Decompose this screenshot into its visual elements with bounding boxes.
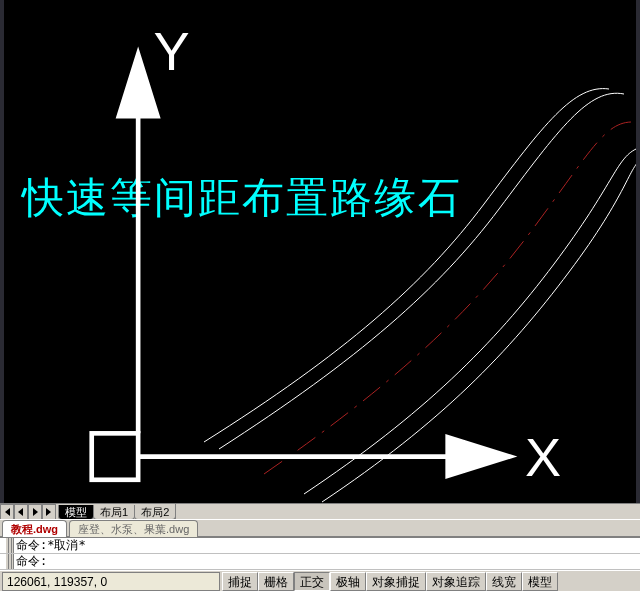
file-tab-inactive[interactable]: 座登、水泵、果葉.dwg	[69, 520, 198, 537]
layout-tab-layout1[interactable]: 布局1	[93, 505, 135, 520]
nav-prev-button[interactable]	[14, 504, 28, 520]
command-history-line: 命令: *取消*	[0, 538, 640, 554]
ucs-x-label: X	[525, 427, 561, 487]
toggle-lineweight[interactable]: 线宽	[486, 572, 522, 591]
toggle-snap[interactable]: 捕捉	[222, 572, 258, 591]
toggle-ortho[interactable]: 正交	[294, 572, 330, 591]
layout-tab-model[interactable]: 模型	[58, 505, 94, 520]
svg-marker-4	[448, 437, 510, 476]
layout-nav-spacer	[175, 504, 640, 519]
drawing-area[interactable]: 快速等间距布置路缘石 Y X	[0, 0, 640, 503]
svg-marker-2	[119, 54, 158, 116]
file-tab-active[interactable]: 教程.dwg	[2, 520, 67, 537]
layout-nav-row: 模型 布局1 布局2	[0, 503, 640, 519]
ucs-y-label: Y	[154, 21, 190, 81]
nav-last-button[interactable]	[42, 504, 56, 520]
command-grip-icon[interactable]	[6, 554, 14, 569]
command-grip-icon[interactable]	[6, 538, 14, 553]
nav-first-button[interactable]	[0, 504, 14, 520]
layout-tab-layout2[interactable]: 布局2	[134, 505, 176, 520]
toggle-osnap[interactable]: 对象捕捉	[366, 572, 426, 591]
toggle-otrack[interactable]: 对象追踪	[426, 572, 486, 591]
ucs-icon: Y X	[4, 0, 636, 503]
toggle-grid[interactable]: 栅格	[258, 572, 294, 591]
layout-nav-buttons	[0, 504, 56, 519]
command-area: 命令: *取消* 命令:	[0, 537, 640, 570]
command-input-line[interactable]: 命令:	[0, 554, 640, 570]
svg-rect-0	[92, 433, 138, 479]
layout-tabs: 模型 布局1 布局2	[56, 504, 175, 520]
file-tabs-row: 教程.dwg 座登、水泵、果葉.dwg	[0, 519, 640, 537]
nav-next-button[interactable]	[28, 504, 42, 520]
command-history-text: *取消*	[47, 537, 85, 554]
toggle-modelspace[interactable]: 模型	[522, 572, 558, 591]
status-toggles: 捕捉 栅格 正交 极轴 对象捕捉 对象追踪 线宽 模型	[222, 571, 558, 592]
toggle-polar[interactable]: 极轴	[330, 572, 366, 591]
command-prompt: 命令:	[16, 537, 47, 554]
coordinates-readout: 126061, 119357, 0	[2, 572, 220, 591]
cad-app-window: 快速等间距布置路缘石 Y X 模型 布局1 布局2	[0, 0, 640, 591]
status-bar: 126061, 119357, 0 捕捉 栅格 正交 极轴 对象捕捉 对象追踪 …	[0, 570, 640, 591]
command-prompt: 命令:	[16, 553, 47, 570]
